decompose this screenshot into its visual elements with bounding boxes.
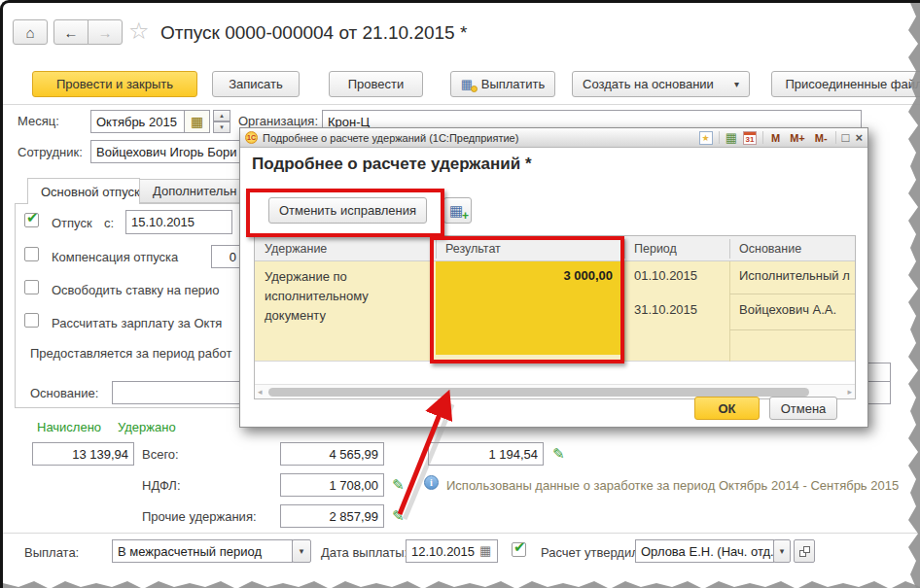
close-icon[interactable]: ×: [855, 130, 863, 145]
calendar-window-icon[interactable]: 31: [743, 131, 757, 145]
check-icon: ✔: [26, 209, 39, 226]
spin-up-icon: ▴: [220, 112, 224, 120]
ndfl-field[interactable]: 1 708,00: [280, 473, 384, 497]
col-header-deduction: Удержание: [265, 242, 327, 256]
h-scrollbar-track[interactable]: ◂ ▸: [255, 384, 855, 398]
month-label: Месяц:: [18, 114, 59, 128]
attached-files-button[interactable]: Присоединенные файл: [771, 71, 920, 97]
cell-period-end[interactable]: 31.10.2015: [634, 302, 697, 317]
open-form-icon: [799, 546, 810, 557]
calc-salary-checkbox[interactable]: [24, 313, 39, 328]
post-button[interactable]: Провести: [329, 71, 423, 97]
annotation-box-undo-button: [246, 189, 444, 237]
tab-additional-vacation[interactable]: Дополнительн: [139, 179, 242, 203]
compensation-label: Компенсация отпуска: [52, 250, 178, 264]
free-rate-label: Освободить ставку на перио: [52, 283, 220, 297]
pay-button-label: Выплатить: [481, 77, 546, 91]
cell-period-start[interactable]: 01.10.2015: [634, 268, 697, 283]
favorite-star-icon[interactable]: ☆: [128, 17, 150, 45]
cell-deduction[interactable]: Удержание по исполнительному документу: [265, 267, 428, 326]
write-button[interactable]: Записать: [212, 71, 300, 97]
payout-date-label: Дата выплаты:: [321, 545, 407, 560]
earnings-info-text: Использованы данные о заработке за перио…: [446, 478, 899, 493]
average-earnings-field[interactable]: 1 194,54: [428, 442, 544, 466]
basis-label: Основание:: [30, 386, 98, 400]
total-label: Всего:: [142, 447, 179, 462]
edit-ndfl-pencil-icon[interactable]: ✎: [392, 477, 405, 492]
accrued-link[interactable]: Начислено: [37, 420, 101, 434]
free-rate-checkbox[interactable]: [24, 280, 39, 294]
ok-button[interactable]: ОК: [694, 397, 760, 420]
tab-main-vacation[interactable]: Основной отпуск: [27, 178, 140, 204]
other-deductions-field[interactable]: 2 857,99: [280, 504, 384, 528]
cell-basis-document[interactable]: Исполнительный л: [739, 268, 854, 283]
dialog-titlebar[interactable]: 1С Подробнее о расчете удержаний (1С:Пре…: [240, 128, 867, 148]
favorites-window-icon[interactable]: ★: [699, 131, 713, 145]
memory-plus-button[interactable]: M+: [788, 132, 807, 144]
chevron-down-icon: ▾: [734, 79, 739, 89]
back-icon: ←: [64, 24, 79, 41]
date-calendar-icon[interactable]: ▦: [479, 543, 491, 558]
calculator-icon[interactable]: ▦: [725, 130, 737, 145]
spin-down-icon: ▾: [220, 123, 224, 131]
check-icon: ✔: [513, 538, 526, 556]
cancel-button[interactable]: Отмена: [769, 397, 837, 420]
scroll-left-icon[interactable]: ◂: [258, 387, 263, 397]
vacation-label: Отпуск: [52, 216, 92, 230]
open-approved-person-button[interactable]: [794, 539, 815, 563]
month-calendar-button[interactable]: ▦: [184, 110, 210, 133]
calendar-icon: ▦: [191, 114, 203, 129]
calc-salary-label: Рассчитать зарплату за Октя: [52, 316, 222, 330]
col-header-basis: Основание: [739, 242, 801, 256]
chevron-down-icon: ▾: [780, 546, 785, 556]
approved-by-label: Расчет утвердил: [541, 545, 639, 560]
ndfl-label: НДФЛ:: [142, 478, 181, 493]
home-button[interactable]: ⌂: [13, 19, 48, 45]
approved-checkbox[interactable]: ✔: [512, 542, 526, 557]
month-spin-up[interactable]: ▴: [213, 110, 230, 121]
add-row-button[interactable]: ▦+: [443, 197, 472, 224]
forward-button[interactable]: →: [88, 19, 123, 45]
approved-by-dropdown-button[interactable]: ▾: [773, 539, 791, 563]
edit-other-deductions-pencil-icon[interactable]: ✎: [392, 508, 405, 523]
payout-mode-select[interactable]: В межрасчетный период: [112, 539, 293, 563]
vacation-from-label: с:: [104, 216, 114, 230]
edit-average-pencil-icon[interactable]: ✎: [552, 446, 565, 461]
col-header-period: Период: [634, 242, 677, 256]
withheld-total-field[interactable]: 4 565,99: [280, 442, 384, 466]
add-row-icon: ▦+: [449, 202, 466, 219]
back-button[interactable]: ←: [53, 19, 88, 45]
payout-label: Выплата:: [24, 545, 79, 560]
page-title: Отпуск 0000-000004 от 21.10.2015 *: [160, 22, 467, 44]
accrued-total-field[interactable]: 13 139,94: [32, 442, 134, 466]
1c-logo-icon: 1С: [245, 131, 258, 144]
dialog-heading: Подробнее о расчете удержаний *: [252, 155, 532, 174]
chevron-down-icon: ▾: [300, 546, 304, 556]
scroll-right-icon[interactable]: ▸: [847, 387, 852, 397]
vacation-from-input[interactable]: 15.10.2015: [125, 210, 232, 234]
annotation-box-result-column: [430, 236, 624, 363]
maximize-icon[interactable]: □: [842, 130, 850, 145]
pay-button[interactable]: ▦ Выплатить: [450, 71, 555, 97]
month-input[interactable]: Октябрь 2015: [90, 110, 185, 133]
memory-button[interactable]: M: [769, 132, 782, 144]
forward-icon: →: [98, 24, 113, 41]
info-icon: i: [424, 475, 439, 490]
compensation-checkbox[interactable]: [24, 247, 39, 261]
withheld-link[interactable]: Удержано: [118, 420, 176, 434]
other-deductions-label: Прочие удержания:: [142, 509, 257, 524]
h-scrollbar-thumb[interactable]: [268, 388, 809, 397]
vacation-checkbox[interactable]: ✔: [24, 213, 39, 227]
payout-mode-dropdown-button[interactable]: ▾: [292, 539, 311, 563]
provided-for-period-label: Предоставляется за период работ: [30, 346, 231, 361]
create-based-on-button[interactable]: Создать на основании ▾: [572, 71, 750, 97]
dialog-titlebar-text: Подробнее о расчете удержаний (1С:Предпр…: [263, 132, 518, 144]
employee-label: Сотрудник:: [18, 145, 83, 159]
compensation-days-input[interactable]: 0: [211, 245, 242, 268]
month-spin-down[interactable]: ▾: [213, 121, 230, 133]
organization-label: Организация:: [238, 114, 318, 128]
approved-by-select[interactable]: Орлова Е.Н. (Нач. отд. рас: [635, 539, 774, 563]
memory-minus-button[interactable]: M-: [813, 132, 830, 144]
post-and-close-button[interactable]: Провести и закрыть: [32, 71, 197, 97]
cell-basis-person[interactable]: Войцехович А.А.: [739, 302, 854, 317]
